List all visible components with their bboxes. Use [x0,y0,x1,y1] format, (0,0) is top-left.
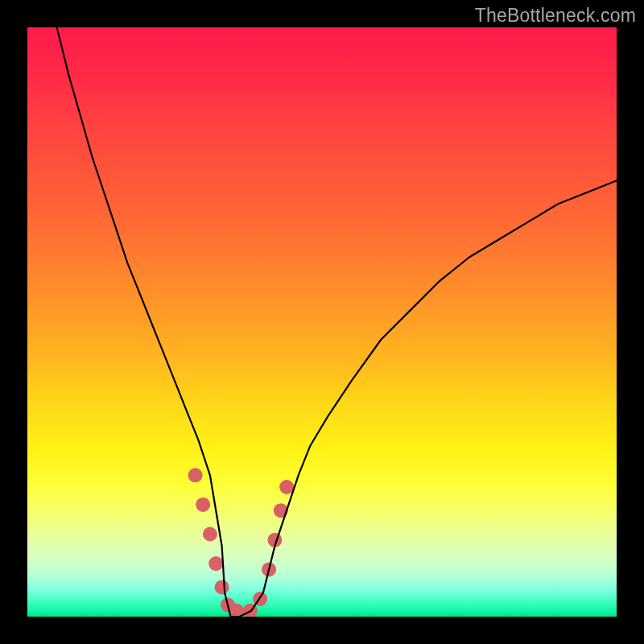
marker-group [188,468,295,617]
chart-overlay [27,27,617,617]
plot-area [27,27,617,617]
marker-dot [203,527,217,542]
marker-dot [208,556,223,571]
marker-dot [196,497,210,512]
chart-frame: TheBottleneck.com [0,0,644,644]
bottleneck-curve [57,27,617,617]
marker-dot [215,580,229,594]
marker-dot [279,480,294,494]
marker-dot [188,468,203,482]
watermark-label: TheBottleneck.com [475,5,636,27]
